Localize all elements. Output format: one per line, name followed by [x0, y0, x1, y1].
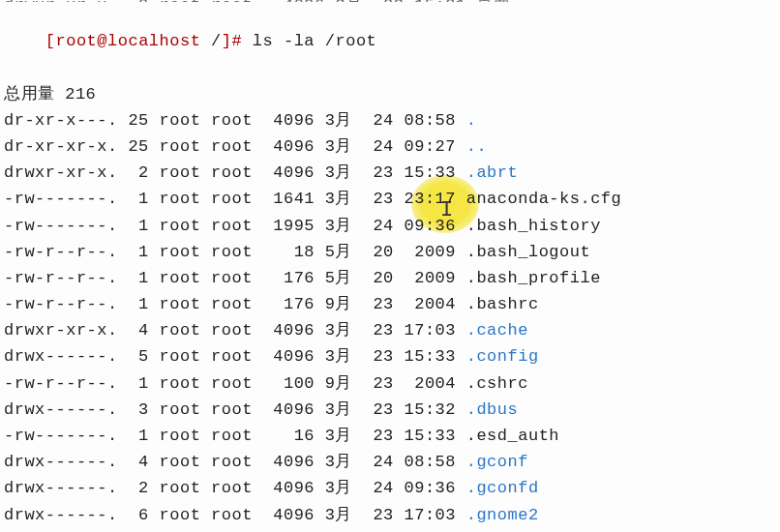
owner: root — [160, 137, 201, 156]
owner: root — [160, 243, 201, 261]
month: 3月 — [325, 479, 363, 497]
month: 3月 — [325, 453, 363, 471]
size: 18 — [263, 243, 315, 261]
perms: dr-xr-xr-x. — [4, 137, 128, 156]
file-row: dr-xr-xr-x. 25 root root 4096 3月 24 09:2… — [4, 133, 776, 160]
size: 1641 — [263, 190, 315, 208]
time: 2009 — [405, 269, 457, 287]
file-row: drwx------. 5 root root 4096 3月 23 15:33… — [4, 343, 776, 369]
owner: root — [160, 269, 201, 287]
day: 24 — [363, 453, 394, 471]
filename: .bash_logout — [466, 243, 590, 261]
command-text: ls -la /root — [253, 32, 376, 50]
perms: drwx------. — [4, 400, 128, 419]
perms: -rw-r--r--. — [4, 243, 128, 261]
links: 3 — [128, 400, 148, 419]
month: 3月 — [325, 347, 363, 366]
filename: .. — [466, 137, 487, 156]
day: 23 — [363, 163, 394, 182]
size: 4096 — [263, 479, 315, 497]
month: 3月 — [325, 400, 363, 419]
links: 2 — [128, 163, 148, 182]
perms: drwxr-xr-x. — [4, 321, 128, 340]
total-line: 总用量 216 — [4, 81, 776, 107]
perms: -rw-r--r--. — [4, 295, 128, 313]
day: 24 — [363, 479, 394, 497]
time: 15:33 — [405, 427, 457, 445]
group: root — [211, 243, 253, 261]
time: 09:27 — [405, 137, 457, 156]
links: 1 — [128, 269, 148, 287]
month: 3月 — [325, 190, 363, 208]
month: 5月 — [325, 243, 363, 261]
size: 16 — [263, 427, 315, 445]
month: 3月 — [325, 321, 363, 340]
owner: root — [160, 163, 201, 182]
links: 2 — [128, 479, 148, 497]
time: 08:58 — [405, 453, 457, 471]
links: 4 — [128, 321, 148, 340]
links: 6 — [128, 506, 148, 524]
month: 3月 — [325, 111, 363, 130]
links: 1 — [128, 243, 148, 261]
month: 3月 — [325, 506, 363, 524]
day: 23 — [363, 427, 394, 445]
day: 24 — [363, 137, 394, 156]
filename: .dbus — [466, 400, 519, 419]
prompt-close-bracket: ]# — [222, 32, 253, 50]
size: 4096 — [263, 506, 315, 524]
filename: .config — [466, 347, 539, 366]
prompt-user-host: root@localhost — [56, 32, 201, 50]
owner: root — [160, 506, 201, 524]
time: 15:33 — [405, 347, 457, 366]
file-row: drwx------. 4 root root 4096 3月 24 08:58… — [4, 449, 776, 475]
links: 1 — [128, 374, 148, 393]
time: 2009 — [405, 243, 457, 261]
owner: root — [160, 400, 201, 419]
filename: .abrt — [466, 163, 519, 182]
month: 3月 — [325, 217, 363, 235]
month: 9月 — [325, 374, 363, 393]
links: 25 — [128, 111, 148, 130]
day: 23 — [363, 295, 394, 313]
group: root — [211, 400, 253, 419]
filename: .gconf — [466, 453, 528, 471]
group: root — [211, 295, 253, 313]
owner: root — [160, 479, 201, 497]
links: 5 — [128, 347, 148, 366]
links: 1 — [128, 427, 148, 445]
file-row: -rw-r--r--. 1 root root 176 5月 20 2009 .… — [4, 265, 776, 291]
group: root — [211, 163, 253, 182]
links: 25 — [128, 137, 148, 156]
terminal-output[interactable]: drwxr-xr-x. 2 root root 4096 3月 23 15:21… — [4, 0, 776, 532]
size: 4096 — [263, 111, 315, 130]
perms: drwx------. — [4, 453, 128, 471]
time: 09:36 — [405, 217, 457, 235]
perms: -rw-------. — [4, 427, 128, 445]
file-row: drwx------. 2 root root 4096 3月 24 09:36… — [4, 475, 776, 501]
file-row: drwx------. 6 root root 4096 3月 23 17:03… — [4, 502, 776, 528]
filename: .gnome2 — [466, 506, 539, 524]
links: 1 — [128, 190, 148, 208]
size: 176 — [263, 269, 315, 287]
time: 17:03 — [405, 321, 457, 340]
group: root — [211, 269, 253, 287]
day: 23 — [363, 400, 394, 419]
file-row: drwx------. 3 root root 4096 3月 23 15:32… — [4, 397, 776, 423]
month: 5月 — [325, 269, 363, 287]
day: 23 — [363, 506, 394, 524]
day: 23 — [363, 347, 394, 366]
size: 4096 — [263, 321, 315, 340]
size: 4096 — [263, 137, 315, 156]
links: 4 — [128, 453, 148, 471]
time: 15:33 — [405, 163, 457, 182]
filename: .cshrc — [466, 374, 528, 393]
time: 15:32 — [405, 400, 457, 419]
owner: root — [160, 453, 201, 471]
owner: root — [160, 190, 201, 208]
month: 9月 — [325, 295, 363, 313]
size: 176 — [263, 295, 315, 313]
perms: -rw-r--r--. — [4, 374, 128, 393]
group: root — [211, 111, 253, 130]
file-listing: dr-xr-x---. 25 root root 4096 3月 24 08:5… — [4, 107, 776, 532]
